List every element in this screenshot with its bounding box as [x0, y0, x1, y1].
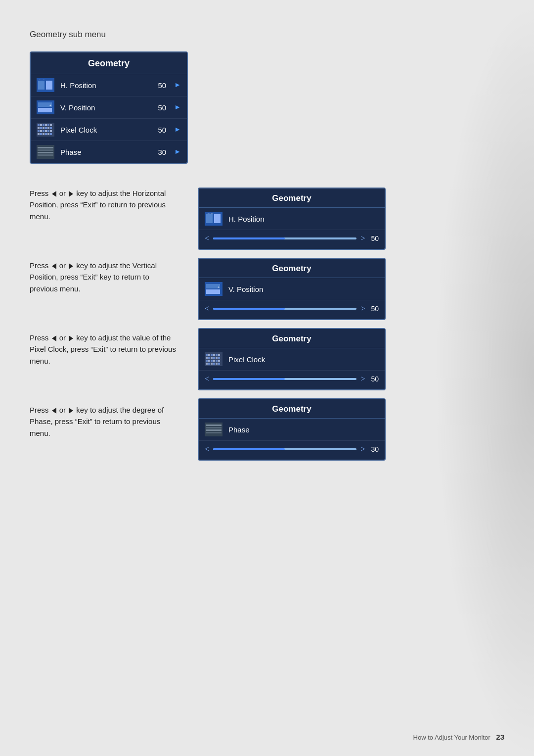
sub-hposition-item: ←→ H. Position: [199, 208, 385, 230]
svg-text:+: +: [218, 285, 220, 289]
text-block-vposition: Press or key to adjust the Vertical Posi…: [30, 260, 178, 324]
sub-hposition-slider-row: < > 50: [199, 230, 385, 249]
sub-hposition-fill: [213, 237, 285, 239]
svg-rect-92: [206, 357, 208, 359]
svg-rect-56: [43, 127, 44, 129]
svg-rect-90: [216, 354, 218, 356]
svg-rect-113: [206, 429, 222, 431]
sub-panels: Geometry ←→ H. Position <: [198, 188, 386, 469]
vposition-value: 50: [158, 103, 166, 112]
right-arrow-4: [69, 408, 73, 414]
right-arrow-1: [69, 191, 73, 197]
sub-vposition-fill: [213, 308, 285, 310]
phase-label: Phase: [60, 148, 152, 156]
sub-hposition-value: 50: [371, 235, 379, 242]
pixelclock-label: Pixel Clock: [60, 126, 152, 134]
sub-pixel-clock-icon: [205, 352, 222, 366]
svg-rect-98: [206, 360, 208, 362]
svg-rect-104: [206, 363, 208, 365]
menu-row-phase: Phase 30 ►: [31, 141, 187, 163]
sub-pixelclock-left-arrow: <: [205, 375, 209, 383]
svg-rect-58: [47, 127, 49, 129]
svg-rect-83: [206, 289, 220, 294]
svg-rect-61: [40, 130, 42, 132]
left-arrow-3: [52, 335, 56, 341]
sub-pixelclock-slider-row: < > 50: [199, 371, 385, 389]
svg-rect-109: [218, 363, 220, 365]
page-number: 23: [496, 733, 504, 741]
sub-pixelclock-value: 50: [371, 375, 379, 383]
sub-pixelclock-right-arrow: >: [360, 375, 365, 383]
svg-rect-107: [213, 363, 215, 365]
sub-phase-label: Phase: [228, 425, 250, 434]
pixel-clock-icon: [37, 123, 54, 137]
sub-hposition-title: Geometry: [199, 189, 385, 208]
sub-phase-fill: [213, 448, 285, 450]
svg-rect-75: [38, 152, 53, 153]
sub-v-position-icon: +: [205, 282, 222, 296]
svg-rect-89: [213, 354, 215, 356]
svg-rect-106: [211, 363, 213, 365]
v-position-icon: +: [37, 100, 54, 114]
svg-rect-69: [45, 133, 47, 135]
svg-rect-76: [38, 154, 53, 156]
svg-rect-48: [38, 124, 40, 126]
pixelclock-description: Press or key to adjust the value of the …: [30, 332, 178, 367]
sub-phase-track: [213, 448, 356, 450]
svg-rect-112: [206, 427, 222, 428]
svg-rect-78: [206, 214, 213, 223]
svg-rect-88: [211, 354, 213, 356]
sub-vposition-slider-row: < > 50: [199, 300, 385, 319]
right-arrow-2: [69, 263, 73, 269]
main-menu-title: Geometry: [31, 52, 187, 74]
svg-rect-102: [216, 360, 218, 362]
svg-rect-108: [216, 363, 218, 365]
svg-rect-68: [43, 133, 44, 135]
svg-rect-114: [206, 432, 222, 433]
sub-phase-right-arrow: >: [360, 445, 365, 454]
menu-row-pixelclock: Pixel Clock 50 ►: [31, 119, 187, 141]
phase-arrow: ►: [174, 148, 181, 156]
svg-rect-95: [213, 357, 215, 359]
sub-pixelclock-title: Geometry: [199, 329, 385, 348]
svg-rect-51: [45, 124, 47, 126]
svg-rect-87: [208, 354, 210, 356]
svg-rect-91: [218, 354, 220, 356]
svg-rect-59: [50, 127, 52, 129]
vposition-arrow: ►: [174, 103, 181, 111]
svg-rect-71: [50, 133, 52, 135]
pixelclock-value: 50: [158, 126, 166, 134]
text-block-phase: Press or key to adjust the degree of Pha…: [30, 404, 178, 469]
hposition-description: Press or key to adjust the Horizontal Po…: [30, 188, 178, 222]
svg-rect-103: [218, 360, 220, 362]
sub-pixelclock-label: Pixel Clock: [228, 355, 265, 364]
svg-rect-79: [214, 214, 221, 223]
svg-rect-86: [206, 354, 208, 356]
svg-rect-93: [208, 357, 210, 359]
sub-phase-slider-row: < > 30: [199, 441, 385, 460]
sub-vposition-value: 50: [371, 305, 379, 313]
svg-rect-73: [38, 147, 53, 148]
svg-rect-49: [40, 124, 42, 126]
sub-phase-left-arrow: <: [205, 445, 209, 454]
section-title: Geometry sub menu: [30, 30, 504, 40]
sub-vposition-title: Geometry: [199, 259, 385, 278]
page-footer: How to Adjust Your Monitor 23: [413, 733, 504, 741]
text-block-pixelclock: Press or key to adjust the value of the …: [30, 332, 178, 396]
svg-rect-67: [40, 133, 42, 135]
svg-rect-57: [45, 127, 47, 129]
sub-pixelclock-fill: [213, 378, 285, 380]
sub-hposition-track: [213, 237, 356, 239]
svg-text:←→: ←→: [39, 78, 45, 81]
text-block-hposition: Press or key to adjust the Horizontal Po…: [30, 188, 178, 252]
svg-rect-40: [38, 81, 44, 90]
h-position-icon: ←→: [37, 78, 54, 92]
sub-phase-item: Phase: [199, 419, 385, 441]
sub-panel-phase: Geometry Phase <: [198, 398, 386, 461]
svg-rect-54: [38, 127, 40, 129]
svg-rect-111: [206, 425, 222, 426]
menu-row-vposition: + V. Position 50 ►: [31, 96, 187, 119]
svg-rect-53: [50, 124, 52, 126]
svg-rect-50: [43, 124, 44, 126]
left-arrow-2: [52, 263, 56, 269]
